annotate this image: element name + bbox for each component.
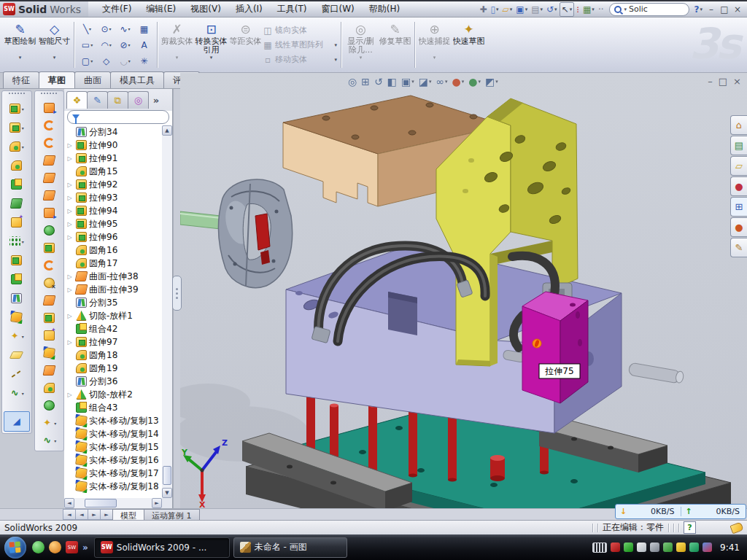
print-button[interactable]: ▤▾ — [530, 3, 544, 16]
rectangle-tool[interactable]: ▭▾ — [78, 37, 96, 52]
save-button[interactable]: ▣▾ — [514, 3, 529, 16]
tree-item[interactable]: ▷曲面-拉伸38 — [66, 270, 162, 283]
tree-item[interactable]: ▷切除-放样2 — [66, 388, 162, 401]
splitter-handle[interactable] — [172, 276, 182, 311]
view-orientation-button[interactable]: ▣▾ — [400, 75, 416, 88]
messenger-icon[interactable] — [32, 541, 44, 553]
tree-item[interactable]: ▷拉伸91 — [66, 152, 162, 165]
part-side-core-unit[interactable] — [180, 179, 293, 287]
spline-tool[interactable]: ∿▾ — [116, 21, 134, 36]
part-slide-block[interactable] — [522, 292, 588, 403]
doc-minimize-button[interactable]: – — [708, 76, 713, 87]
solidworks-quicklaunch-icon[interactable]: SW — [66, 541, 78, 553]
horizontal-scroll-thumb[interactable] — [85, 499, 117, 508]
dome-button[interactable] — [36, 397, 61, 414]
expand-arrow-icon[interactable]: ▷ — [66, 195, 74, 201]
tree-item[interactable]: ▷拉伸90 — [66, 139, 162, 152]
tree-item[interactable]: ▷拉伸92 — [66, 178, 162, 191]
quick-tips-button[interactable]: ? — [684, 521, 696, 534]
graphics-viewport[interactable]: 拉伸75 Y Z X ◎⊞↺◧▣▾◪▾∞▾●▾●▾◩▾ –□× ⌂▤▱●⊞●✎ — [180, 73, 747, 508]
toolbar-grip[interactable] — [41, 93, 57, 97]
expand-arrow-icon[interactable]: ▷ — [66, 142, 74, 149]
pin-button[interactable]: ✚ — [478, 3, 488, 16]
tree-item[interactable]: 实体-移动/复制13 — [66, 414, 162, 427]
shell-button[interactable] — [4, 175, 29, 194]
tree-item[interactable]: 组合43 — [66, 401, 162, 414]
more-tools-button[interactable]: ·· — [597, 3, 605, 16]
knit-surface-button[interactable] — [36, 169, 61, 187]
input-method-icon[interactable] — [703, 542, 712, 552]
surface-curve-button[interactable]: ▾ — [36, 432, 61, 449]
file-explorer-tab[interactable]: ▱ — [730, 156, 747, 176]
surface-refgeom-button[interactable]: ▾ — [36, 414, 61, 432]
custom-properties-tab[interactable]: ✎ — [730, 238, 747, 257]
point-tool[interactable]: ✳ — [135, 53, 153, 69]
network-icon[interactable] — [663, 542, 673, 552]
lofted-surface-button[interactable] — [36, 134, 61, 152]
menu-item-2[interactable]: 视图(V) — [184, 1, 228, 18]
defender-icon[interactable] — [689, 542, 699, 552]
tree-item[interactable]: 实体-移动/复制15 — [66, 440, 162, 454]
surface-fillet-button[interactable] — [36, 379, 61, 397]
doc-nav-2[interactable]: ► — [88, 509, 101, 520]
apply-scene-button[interactable]: ●▾ — [467, 75, 482, 88]
featuremanager-tab[interactable]: ❖ — [66, 91, 88, 109]
tree-item[interactable]: 圆角18 — [66, 349, 162, 362]
previous-view-button[interactable]: ↺ — [373, 75, 384, 88]
tree-item[interactable]: 分割35 — [66, 296, 162, 309]
tree-item[interactable]: ▷拉伸96 — [66, 230, 162, 244]
quick-snaps-button[interactable]: ⊕快速捕捉▾ — [417, 19, 452, 71]
tree-item[interactable]: 圆角19 — [66, 362, 162, 375]
sketch-button[interactable]: ✎草图绘制▾ — [3, 19, 37, 71]
extrude-boss-button[interactable]: ▾ — [4, 99, 29, 118]
menu-item-4[interactable]: 工具(T) — [271, 1, 314, 18]
keyboard-icon[interactable] — [592, 542, 607, 553]
hide-show-items-button[interactable]: ∞▾ — [434, 75, 449, 88]
tab-草图[interactable]: 草图 — [39, 71, 75, 88]
doc-nav-0[interactable]: ◄ — [63, 509, 76, 520]
menu-item-5[interactable]: 窗口(W) — [314, 1, 360, 18]
circle-tool[interactable]: ⊙▾ — [97, 21, 115, 36]
quicklaunch-overflow[interactable]: » — [82, 542, 88, 553]
tree-item[interactable]: 分割34 — [66, 125, 162, 139]
fillet-button[interactable]: ▾ — [4, 137, 29, 156]
new-document-button[interactable]: ▯▾ — [489, 3, 500, 16]
move-copy-body-button[interactable] — [4, 308, 29, 327]
task-button-0[interactable]: SWSolidWorks 2009 - ... — [94, 537, 230, 558]
dimxpertmanager-tab[interactable]: ◎ — [128, 91, 149, 109]
tree-item[interactable]: 分割36 — [66, 375, 162, 388]
close-button[interactable]: × — [731, 4, 744, 15]
expand-arrow-icon[interactable]: ▷ — [66, 392, 74, 398]
offset-entities-button[interactable]: ⊜等距实体 — [228, 19, 263, 71]
axis-button[interactable] — [4, 365, 29, 384]
undo-button[interactable]: ↺▾ — [545, 3, 559, 16]
convert-entities-button[interactable]: ⊡转换实体引用▾ — [194, 19, 228, 71]
doc-close-button[interactable]: × — [733, 76, 741, 87]
scroll-down-icon[interactable]: ▼ — [162, 488, 172, 498]
start-button[interactable] — [4, 537, 26, 559]
configurationmanager-tab[interactable]: ⧉ — [107, 91, 128, 109]
appearances-scenes-tab[interactable]: ● — [730, 217, 747, 237]
tree-item[interactable]: 圆角16 — [66, 244, 162, 257]
extend-surface-button[interactable] — [36, 222, 61, 239]
network-speed-widget[interactable]: ↓0KB/S ↑0KB/S — [615, 504, 746, 519]
expand-arrow-icon[interactable]: ▷ — [66, 313, 74, 319]
search-input[interactable]: ▾ Solic — [609, 3, 689, 16]
solidworks-resources-tab[interactable]: ⌂ — [730, 115, 747, 135]
offset-surface-button[interactable] — [36, 187, 61, 204]
warning-icon[interactable] — [676, 542, 686, 552]
planar-surface-button[interactable] — [36, 204, 61, 222]
doc-restore-button[interactable]: □ — [719, 76, 727, 87]
toolbar-grip[interactable] — [9, 93, 25, 97]
expand-arrow-icon[interactable]: ▷ — [66, 273, 74, 280]
tree-item[interactable]: 实体-移动/复制17 — [66, 467, 162, 480]
tree-item[interactable]: ▷拉伸97 — [66, 335, 162, 349]
fm-tabs-overflow[interactable]: » — [148, 92, 164, 109]
tree-item[interactable]: 实体-移动/复制18 — [66, 480, 162, 493]
menu-item-0[interactable]: 文件(F) — [96, 1, 138, 18]
chamfer-button[interactable] — [4, 156, 29, 175]
untrim-surface-button[interactable] — [36, 309, 61, 327]
curve-button[interactable]: ▾ — [4, 384, 29, 402]
revolved-surface-button[interactable] — [36, 152, 61, 169]
tree-item[interactable]: ▷拉伸94 — [66, 204, 162, 217]
